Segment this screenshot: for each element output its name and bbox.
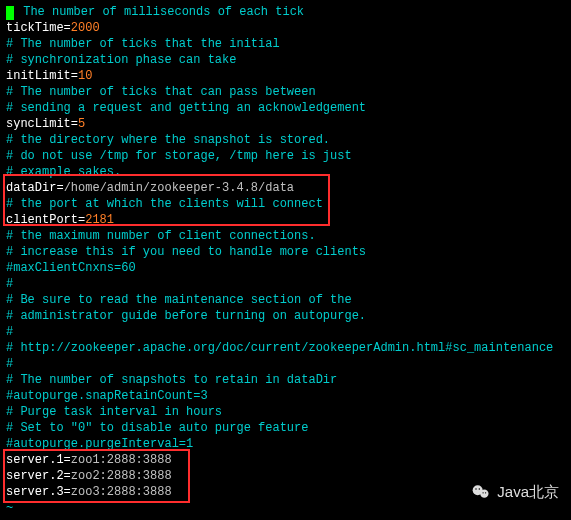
comment: # the directory where the snapshot is st… xyxy=(6,132,565,148)
val-clientport: 2181 xyxy=(85,213,114,227)
config-line-server3: server.3=zoo3:2888:3888 xyxy=(6,484,565,500)
val-server3: zoo3:2888:3888 xyxy=(71,485,172,499)
commented-setting: #autopurge.purgeInterval=1 xyxy=(6,436,565,452)
config-line: syncLimit=5 xyxy=(6,116,565,132)
config-line-server2: server.2=zoo2:2888:3888 xyxy=(6,468,565,484)
comment: # increase this if you need to handle mo… xyxy=(6,244,565,260)
comment: # Set to "0" to disable auto purge featu… xyxy=(6,420,565,436)
comment: # The number of ticks that the initial xyxy=(6,36,565,52)
val-server1: zoo1:2888:3888 xyxy=(71,453,172,467)
val-server2: zoo2:2888:3888 xyxy=(71,469,172,483)
comment: # Be sure to read the maintenance sectio… xyxy=(6,292,565,308)
empty-prompt-line: ~ xyxy=(6,500,565,516)
key-clientport: clientPort xyxy=(6,213,78,227)
comment: # The number of snapshots to retain in d… xyxy=(6,372,565,388)
key-ticktime: tickTime xyxy=(6,21,64,35)
config-line-server1: server.1=zoo1:2888:3888 xyxy=(6,452,565,468)
key-datadir: dataDir xyxy=(6,181,56,195)
config-line-datadir: dataDir=/home/admin/zookeeper-3.4.8/data xyxy=(6,180,565,196)
comment: # xyxy=(6,276,565,292)
key-server3: server.3 xyxy=(6,485,64,499)
cursor-icon xyxy=(6,6,14,20)
commented-setting: #maxClientCnxns=60 xyxy=(6,260,565,276)
config-line: The number of milliseconds of each tick xyxy=(6,4,565,20)
comment: # example sakes. xyxy=(6,164,565,180)
comment: # xyxy=(6,356,565,372)
terminal-viewport[interactable]: The number of milliseconds of each tick … xyxy=(0,0,571,520)
key-initlimit: initLimit xyxy=(6,69,71,83)
comment: The number of milliseconds of each tick xyxy=(16,5,304,19)
comment: # the port at which the clients will con… xyxy=(6,196,565,212)
key-server2: server.2 xyxy=(6,469,64,483)
comment: # do not use /tmp for storage, /tmp here… xyxy=(6,148,565,164)
val-synclimit: 5 xyxy=(78,117,85,131)
config-line-clientport: clientPort=2181 xyxy=(6,212,565,228)
comment: # the maximum number of client connectio… xyxy=(6,228,565,244)
commented-setting: #autopurge.snapRetainCount=3 xyxy=(6,388,565,404)
val-datadir: /home/admin/zookeeper-3.4.8/data xyxy=(64,181,294,195)
val-ticktime: 2000 xyxy=(71,21,100,35)
comment: # sending a request and getting an ackno… xyxy=(6,100,565,116)
comment: # xyxy=(6,324,565,340)
config-line: tickTime=2000 xyxy=(6,20,565,36)
comment: # administrator guide before turning on … xyxy=(6,308,565,324)
config-line: initLimit=10 xyxy=(6,68,565,84)
comment: # synchronization phase can take xyxy=(6,52,565,68)
comment-url: # http://zookeeper.apache.org/doc/curren… xyxy=(6,340,565,356)
comment: # Purge task interval in hours xyxy=(6,404,565,420)
comment: # The number of ticks that can pass betw… xyxy=(6,84,565,100)
key-synclimit: syncLimit xyxy=(6,117,71,131)
key-server1: server.1 xyxy=(6,453,64,467)
val-initlimit: 10 xyxy=(78,69,92,83)
